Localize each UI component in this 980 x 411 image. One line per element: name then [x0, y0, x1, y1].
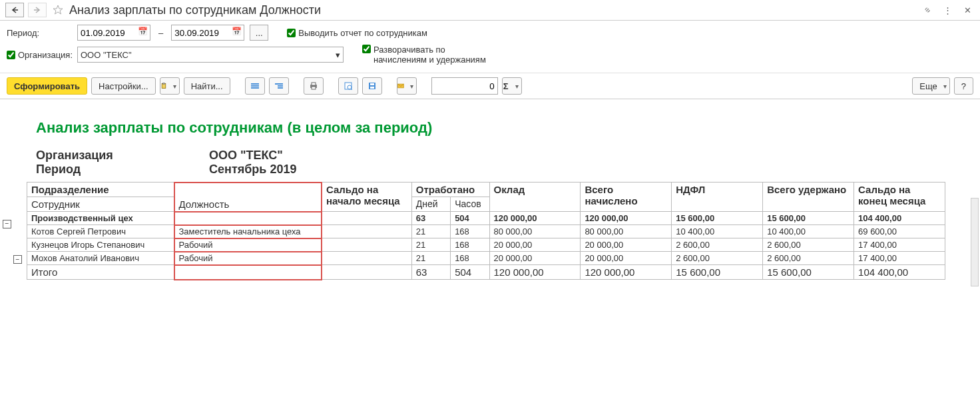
- svg-rect-16: [370, 87, 374, 89]
- period-label: Период:: [7, 28, 72, 38]
- svg-rect-15: [370, 83, 374, 85]
- org-value: ООО "ТЕКС": [81, 50, 132, 60]
- meta-period-value: Сентябрь 2019: [209, 163, 296, 177]
- checkbox-by-employee-label: Выводить отчет по сотрудникам: [298, 28, 427, 38]
- preview-button[interactable]: [338, 77, 358, 95]
- hdr-worked: Отработано: [411, 183, 489, 197]
- paste-button[interactable]: [160, 77, 180, 95]
- checkbox-expand-label-1: Разворачивать по: [373, 45, 486, 55]
- window-title: Анализ зарплаты по сотрудникам Должности: [69, 3, 916, 17]
- more-button[interactable]: Еще: [912, 77, 949, 95]
- table-group-row: Производственный цех 63 504 120 000,00 1…: [27, 212, 945, 225]
- table-row: Мохов Анатолий Иванович Рабочий 21 168 2…: [27, 252, 945, 265]
- sigma-button[interactable]: Σ: [502, 77, 522, 95]
- settings-button[interactable]: Настройки...: [91, 77, 156, 95]
- checkbox-expand[interactable]: [362, 45, 371, 53]
- table-row: Кузнецов Игорь Степанович Рабочий 21 168…: [27, 238, 945, 252]
- table-row: Котов Сергей Петрович Заместитель началь…: [27, 225, 945, 238]
- calendar-icon[interactable]: 📅: [138, 27, 148, 36]
- svg-rect-5: [275, 83, 283, 85]
- svg-rect-1: [162, 83, 164, 84]
- forward-button[interactable]: [28, 3, 47, 17]
- scrollbar[interactable]: [971, 198, 979, 286]
- hdr-ndfl: НДФЛ: [672, 183, 763, 212]
- menu-dots-icon[interactable]: ⋮: [940, 3, 955, 17]
- hdr-salary: Оклад: [489, 183, 581, 212]
- svg-rect-9: [312, 83, 316, 85]
- generate-button[interactable]: Сформировать: [7, 77, 87, 95]
- checkbox-org[interactable]: [7, 51, 15, 59]
- svg-rect-7: [278, 87, 283, 89]
- dropdown-icon: ▾: [336, 50, 340, 60]
- svg-rect-3: [251, 85, 259, 87]
- tree-collapse-group[interactable]: −: [13, 255, 22, 264]
- org-label: Организация:: [18, 50, 73, 60]
- calendar-icon[interactable]: 📅: [232, 27, 242, 36]
- hdr-saldo-begin: Сальдо на начало месяца: [322, 183, 411, 212]
- meta-period-label: Период: [36, 163, 209, 177]
- report-title: Анализ зарплаты по сотрудникам (в целом …: [27, 119, 980, 137]
- star-icon[interactable]: [51, 3, 65, 17]
- org-select[interactable]: ООО "ТЕКС" ▾: [77, 47, 344, 63]
- svg-rect-2: [251, 83, 259, 85]
- svg-rect-6: [278, 85, 283, 87]
- svg-rect-4: [251, 87, 259, 89]
- dash: –: [158, 28, 163, 38]
- save-button[interactable]: [362, 77, 382, 95]
- find-button[interactable]: Найти...: [184, 77, 230, 95]
- report-table: Подразделение Должность Сальдо на начало…: [27, 182, 945, 280]
- meta-org-label: Организация: [36, 149, 209, 163]
- help-button[interactable]: ?: [954, 77, 973, 95]
- hdr-withheld: Всего удержано: [763, 183, 854, 212]
- period-picker-button[interactable]: ...: [250, 25, 268, 41]
- link-icon[interactable]: [920, 3, 935, 17]
- meta-org-value: ООО "ТЕКС": [209, 149, 283, 163]
- table-total-row: Итого 63 504 120 000,00 120 000,00 15 60…: [27, 265, 945, 280]
- hdr-days: Дней: [411, 197, 450, 212]
- tree-collapse-root[interactable]: −: [3, 220, 11, 228]
- hdr-hours: Часов: [451, 197, 489, 212]
- checkbox-by-employee[interactable]: [287, 29, 296, 37]
- hdr-saldo-end: Сальдо на конец месяца: [854, 183, 945, 212]
- expand-button[interactable]: [245, 77, 265, 95]
- print-button[interactable]: [304, 77, 324, 95]
- checkbox-expand-label-2: начислениям и удержаниям: [373, 55, 486, 65]
- hdr-employee: Сотрудник: [27, 197, 174, 212]
- svg-line-13: [351, 89, 352, 90]
- sum-input[interactable]: [431, 77, 498, 95]
- hdr-accrued: Всего начислено: [581, 183, 672, 212]
- hdr-subdivision: Подразделение: [27, 183, 174, 197]
- collapse-button[interactable]: [269, 77, 289, 95]
- back-button[interactable]: [5, 3, 24, 17]
- mail-button[interactable]: [397, 77, 417, 95]
- svg-rect-10: [312, 87, 316, 89]
- close-icon[interactable]: ✕: [960, 3, 975, 17]
